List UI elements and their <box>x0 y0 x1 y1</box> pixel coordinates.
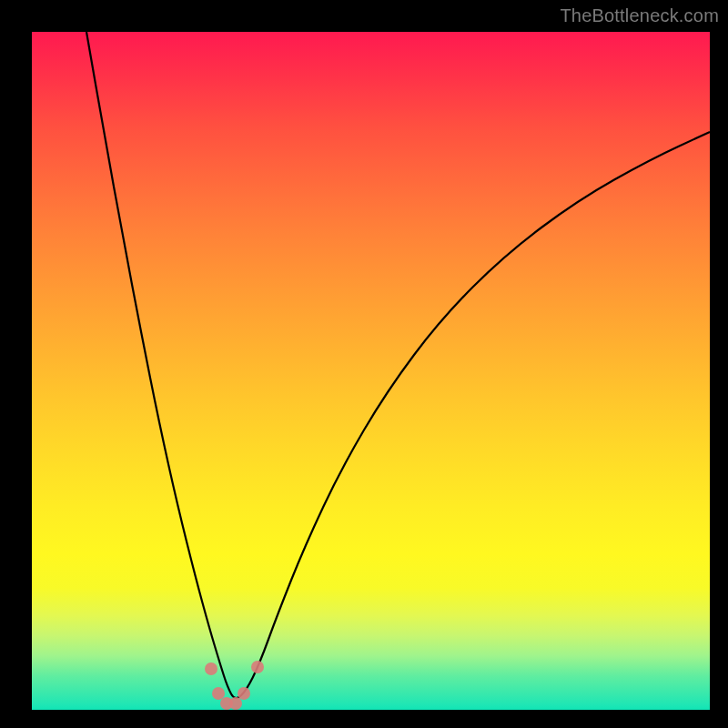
curve-marker <box>229 697 242 710</box>
curve-marker <box>205 662 217 675</box>
watermark-text: TheBottleneck.com <box>560 5 719 26</box>
bottleneck-curve <box>32 32 710 710</box>
curve-marker <box>238 687 250 700</box>
curve-marker <box>212 687 225 700</box>
chart-frame: TheBottleneck.com <box>0 0 728 728</box>
curve-marker <box>251 661 264 673</box>
plot-area <box>32 32 710 710</box>
curve-markers <box>205 661 264 710</box>
curve-path <box>86 32 710 698</box>
